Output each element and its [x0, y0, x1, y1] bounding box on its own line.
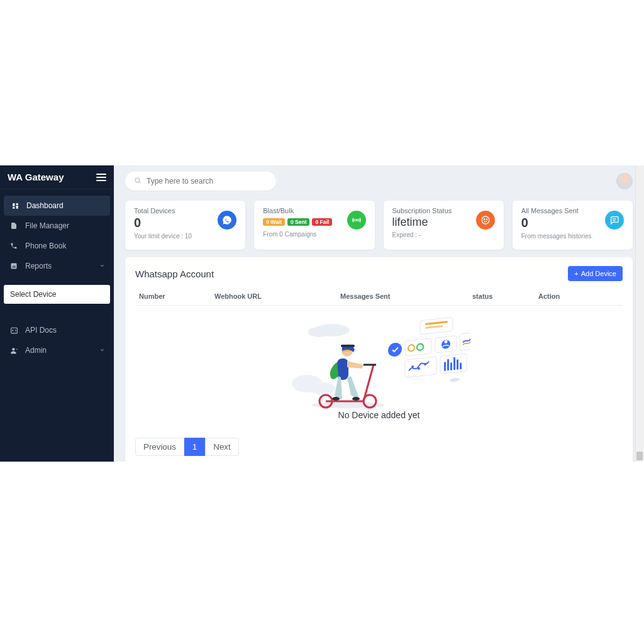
- svg-rect-14: [420, 317, 453, 334]
- card-subtext: From 0 Campaigns: [263, 231, 365, 238]
- sidebar-item-label: Reports: [25, 262, 52, 270]
- pill-sent: 0 Sent: [287, 218, 310, 226]
- card-messages: All Messages Sent 0 From messages histor…: [513, 201, 633, 250]
- sidebar-header: WA Gateway: [0, 165, 114, 189]
- add-device-button[interactable]: + Add Device: [568, 266, 623, 281]
- sidebar-item-dashboard[interactable]: Dashboard: [4, 196, 110, 216]
- avatar[interactable]: [616, 173, 633, 189]
- sidebar: WA Gateway Dashboard File Manager: [0, 165, 114, 462]
- svg-point-5: [482, 216, 489, 224]
- col-status: status: [472, 292, 538, 300]
- sidebar-item-admin[interactable]: Admin: [0, 340, 114, 360]
- empty-text: No Device added yet: [135, 410, 623, 420]
- pagination: Previous 1 Next: [135, 438, 623, 456]
- chevron-down-icon: [99, 262, 105, 270]
- col-action: Action: [538, 292, 619, 300]
- smile-icon: [476, 211, 495, 230]
- col-webhook: Webhook URL: [214, 292, 340, 300]
- sidebar-item-file-manager[interactable]: File Manager: [0, 216, 114, 236]
- search-icon: [134, 175, 142, 187]
- menu-toggle-icon[interactable]: [96, 174, 106, 181]
- svg-point-42: [352, 397, 360, 401]
- chevron-down-icon: [99, 346, 105, 355]
- table-header: Number Webhook URL Messages Sent status …: [135, 287, 623, 306]
- col-messages: Messages Sent: [340, 292, 472, 300]
- card-subtext: Expired : -: [392, 231, 495, 238]
- sidebar-item-label: API Docs: [25, 326, 57, 335]
- svg-rect-31: [447, 359, 449, 370]
- sidebar-item-label: Dashboard: [26, 201, 64, 210]
- search-input[interactable]: [147, 177, 267, 186]
- next-button[interactable]: Next: [205, 438, 238, 456]
- card-subtext: From messages histories: [521, 233, 624, 240]
- empty-state: No Device added yet: [135, 306, 623, 426]
- svg-point-4: [355, 219, 357, 221]
- svg-point-2: [135, 178, 140, 182]
- app-title: WA Gateway: [8, 172, 64, 182]
- col-number: Number: [139, 292, 214, 300]
- topbar: [114, 165, 644, 197]
- svg-line-3: [139, 182, 140, 183]
- search-box[interactable]: [125, 172, 276, 191]
- stats-row: Total Devices 0 Your limit device : 10 B…: [114, 197, 644, 257]
- scrollbar-thumb[interactable]: [636, 452, 643, 460]
- svg-point-41: [332, 397, 340, 401]
- svg-point-13: [310, 382, 335, 395]
- scrollbar[interactable]: [635, 165, 644, 462]
- sidebar-item-label: Admin: [25, 346, 47, 355]
- sidebar-item-reports[interactable]: Reports: [0, 256, 114, 276]
- add-device-label: Add Device: [581, 270, 616, 277]
- code-icon: [9, 326, 19, 335]
- sidebar-nav: Dashboard File Manager Phone Book Report…: [0, 189, 114, 360]
- empty-illustration: [288, 314, 470, 409]
- sidebar-item-label: File Manager: [25, 221, 69, 230]
- user-icon: [9, 347, 19, 355]
- app-root: WA Gateway Dashboard File Manager: [0, 165, 644, 462]
- chat-icon: [605, 211, 624, 230]
- reports-icon: [9, 262, 19, 270]
- svg-point-17: [388, 342, 402, 357]
- svg-rect-44: [341, 345, 355, 347]
- svg-point-36: [450, 377, 460, 382]
- svg-rect-35: [460, 363, 462, 369]
- svg-point-11: [308, 327, 331, 337]
- svg-rect-33: [453, 357, 455, 370]
- sidebar-item-api-docs[interactable]: API Docs: [0, 320, 114, 340]
- dashboard-icon: [10, 202, 20, 210]
- pill-wait: 0 Wait: [263, 218, 285, 226]
- sidebar-item-label: Phone Book: [25, 242, 66, 250]
- svg-point-7: [486, 219, 487, 219]
- plus-icon: +: [574, 270, 578, 277]
- phone-icon: [9, 242, 19, 250]
- card-subtext: Your limit device : 10: [134, 233, 236, 240]
- svg-point-1: [12, 348, 14, 350]
- page-1-button[interactable]: 1: [184, 438, 205, 456]
- svg-rect-30: [444, 362, 446, 370]
- pill-fail: 0 Fail: [312, 218, 332, 226]
- whatsapp-account-panel: Whatsapp Account + Add Device Number Web…: [125, 257, 633, 462]
- sidebar-item-phone-book[interactable]: Phone Book: [0, 236, 114, 256]
- file-icon: [9, 222, 19, 230]
- svg-rect-25: [405, 357, 436, 377]
- card-total-devices: Total Devices 0 Your limit device : 10: [125, 201, 245, 250]
- device-select[interactable]: Select Device: [4, 285, 110, 304]
- main: Total Devices 0 Your limit device : 10 B…: [114, 165, 644, 462]
- panel-title: Whatsapp Account: [135, 269, 214, 279]
- svg-rect-32: [450, 362, 452, 370]
- svg-rect-34: [457, 359, 458, 369]
- svg-point-6: [484, 219, 484, 219]
- card-blast-bulk: Blast/Bulk 0 Wait 0 Sent 0 Fail From 0 C…: [254, 201, 374, 250]
- card-subscription: Subscription Status lifetime Expired : -: [384, 201, 504, 250]
- broadcast-icon: [347, 211, 366, 230]
- panel-header: Whatsapp Account + Add Device: [135, 266, 623, 281]
- prev-button[interactable]: Previous: [135, 438, 184, 456]
